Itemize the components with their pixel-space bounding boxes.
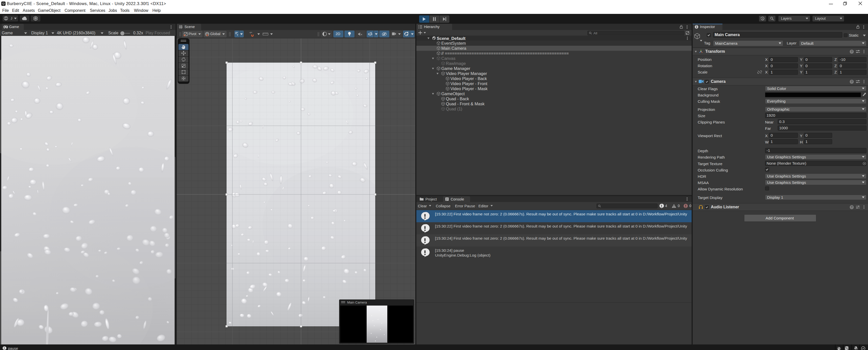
svg-text:?: ? <box>851 206 852 209</box>
svg-text:?: ? <box>851 80 852 83</box>
svg-text:?: ? <box>851 50 852 53</box>
svg-text:Y: Y <box>237 34 239 36</box>
svg-text:D: D <box>35 18 36 20</box>
